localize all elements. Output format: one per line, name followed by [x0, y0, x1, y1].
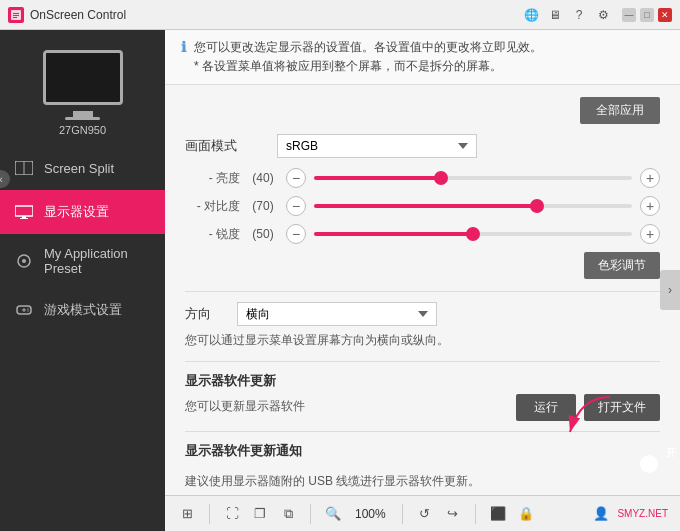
picture-mode-row: 画面模式 sRGB Vivid HDR Custom: [185, 134, 660, 158]
title-bar: OnScreen Control 🌐 🖥 ? ⚙ — □ ✕: [0, 0, 680, 30]
toolbar-sep-2: [310, 504, 311, 524]
sidebar-item-game-mode[interactable]: 游戏模式设置: [0, 288, 165, 332]
toolbar-icon-lock[interactable]: 🔒: [516, 504, 536, 524]
update-notification-title: 显示器软件更新通知: [185, 442, 302, 460]
arrow-annotation: [560, 392, 620, 455]
sharpness-track[interactable]: [314, 232, 632, 236]
brightness-increase-button[interactable]: +: [640, 168, 660, 188]
sidebar: 27GN950 Screen Split ‹ 显示器设置: [0, 30, 165, 531]
display-settings-label: 显示器设置: [44, 203, 109, 221]
content-body: 全部应用 画面模式 sRGB Vivid HDR Custom - 亮度 (40…: [165, 85, 680, 495]
monitor-preview: 27GN950: [0, 30, 165, 146]
toggle-knob: [640, 455, 658, 473]
svg-rect-3: [13, 17, 17, 18]
color-adjust-row: 色彩调节: [185, 252, 660, 279]
toolbar-icon-fullscreen[interactable]: ⛶: [222, 504, 242, 524]
svg-point-15: [27, 310, 28, 311]
settings-icon[interactable]: ⚙: [594, 6, 612, 24]
svg-rect-6: [15, 206, 33, 216]
picture-mode-select[interactable]: sRGB Vivid HDR Custom: [277, 134, 477, 158]
contrast-fill: [314, 204, 537, 208]
app-preset-label: My Application Preset: [44, 246, 151, 276]
sharpness-increase-button[interactable]: +: [640, 224, 660, 244]
app-title: OnScreen Control: [30, 8, 522, 22]
toolbar-icon-grid[interactable]: ⊞: [177, 504, 197, 524]
toolbar-icon-copy[interactable]: ❐: [250, 504, 270, 524]
brightness-track[interactable]: [314, 176, 632, 180]
update-notification-title-group: 显示器软件更新通知: [185, 442, 302, 464]
apply-all-button[interactable]: 全部应用: [580, 97, 660, 124]
monitor-name: 27GN950: [59, 124, 106, 136]
sidebar-item-screen-split[interactable]: Screen Split: [0, 146, 165, 190]
brightness-fill: [314, 176, 441, 180]
close-button[interactable]: ✕: [658, 8, 672, 22]
contrast-increase-button[interactable]: +: [640, 196, 660, 216]
display-icon[interactable]: 🖥: [546, 6, 564, 24]
sharpness-label: - 锐度: [185, 226, 240, 243]
app-logo: [8, 7, 24, 23]
contrast-value: (70): [248, 199, 278, 213]
monitor-base: [65, 117, 100, 120]
toolbar-sep-3: [402, 504, 403, 524]
watermark: SMYZ.NET: [617, 508, 668, 519]
apply-all-row: 全部应用: [185, 97, 660, 124]
contrast-track[interactable]: [314, 204, 632, 208]
sidebar-item-app-preset[interactable]: My Application Preset: [0, 234, 165, 288]
app-container: 27GN950 Screen Split ‹ 显示器设置: [0, 30, 680, 531]
display-settings-icon: [14, 202, 34, 222]
screen-split-label: Screen Split: [44, 161, 114, 176]
screen-split-icon: [14, 158, 34, 178]
minimize-button[interactable]: —: [622, 8, 636, 22]
bottom-toolbar: ⊞ ⛶ ❐ ⧉ 🔍 100% ↺ ↪ ⬛ 🔒 👤 SMYZ.NET: [165, 495, 680, 531]
toggle-on-label: 开: [666, 446, 676, 460]
sidebar-item-display-settings[interactable]: 显示器设置: [0, 190, 165, 234]
sharpness-row: - 锐度 (50) − +: [185, 224, 660, 244]
svg-point-10: [22, 259, 26, 263]
toolbar-icon-redo[interactable]: ↪: [443, 504, 463, 524]
contrast-label: - 对比度: [185, 198, 240, 215]
contrast-row: - 对比度 (70) − +: [185, 196, 660, 216]
divider-2: [185, 361, 660, 362]
divider-1: [185, 291, 660, 292]
info-bar: ℹ 您可以更改选定显示器的设置值。各设置值中的更改将立即见效。 * 各设置菜单值…: [165, 30, 680, 85]
orientation-select[interactable]: 横向 纵向: [237, 302, 437, 326]
toolbar-right: 👤 SMYZ.NET: [591, 504, 668, 524]
brightness-label: - 亮度: [185, 170, 240, 187]
svg-rect-8: [20, 218, 28, 219]
sharpness-thumb[interactable]: [466, 227, 480, 241]
svg-point-14: [27, 308, 28, 309]
update-notification-desc1: 建议使用显示器随附的 USB 线缆进行显示器软件更新。: [185, 472, 660, 490]
contrast-decrease-button[interactable]: −: [286, 196, 306, 216]
update-notification-desc2: ※ 某些显示器可能不提供 USB 线缆。: [185, 494, 660, 495]
color-adjust-button[interactable]: 色彩调节: [584, 252, 660, 279]
question-icon[interactable]: ?: [570, 6, 588, 24]
info-line2: * 各设置菜单值将被应用到整个屏幕，而不是拆分的屏幕。: [194, 57, 542, 76]
content-area: ℹ 您可以更改选定显示器的设置值。各设置值中的更改将立即见效。 * 各设置菜单值…: [165, 30, 680, 531]
right-chevron-button[interactable]: ›: [660, 270, 680, 310]
svg-rect-1: [13, 13, 19, 14]
firmware-update-desc: 您可以更新显示器软件: [185, 397, 305, 415]
contrast-thumb[interactable]: [530, 199, 544, 213]
firmware-update-title: 显示器软件更新: [185, 372, 660, 390]
toolbar-icon-zoom[interactable]: 🔍: [323, 504, 343, 524]
maximize-button[interactable]: □: [640, 8, 654, 22]
toolbar-zoom-level: 100%: [355, 507, 386, 521]
info-text: 您可以更改选定显示器的设置值。各设置值中的更改将立即见效。 * 各设置菜单值将被…: [194, 38, 542, 76]
toolbar-icon-undo[interactable]: ↺: [415, 504, 435, 524]
title-bar-actions: 🌐 🖥 ? ⚙: [522, 6, 612, 24]
sharpness-decrease-button[interactable]: −: [286, 224, 306, 244]
toolbar-icon-export[interactable]: ⬛: [488, 504, 508, 524]
toolbar-icon-user[interactable]: 👤: [591, 504, 611, 524]
orientation-row: 方向 横向 纵向: [185, 302, 660, 326]
toolbar-icon-overlap[interactable]: ⧉: [278, 504, 298, 524]
info-icon: ℹ: [181, 39, 186, 55]
brightness-decrease-button[interactable]: −: [286, 168, 306, 188]
toolbar-sep-1: [209, 504, 210, 524]
game-mode-label: 游戏模式设置: [44, 301, 122, 319]
sharpness-fill: [314, 232, 473, 236]
game-mode-icon: [14, 300, 34, 320]
brightness-thumb[interactable]: [434, 171, 448, 185]
info-line1: 您可以更改选定显示器的设置值。各设置值中的更改将立即见效。: [194, 38, 542, 57]
network-icon[interactable]: 🌐: [522, 6, 540, 24]
app-preset-icon: [14, 251, 34, 271]
